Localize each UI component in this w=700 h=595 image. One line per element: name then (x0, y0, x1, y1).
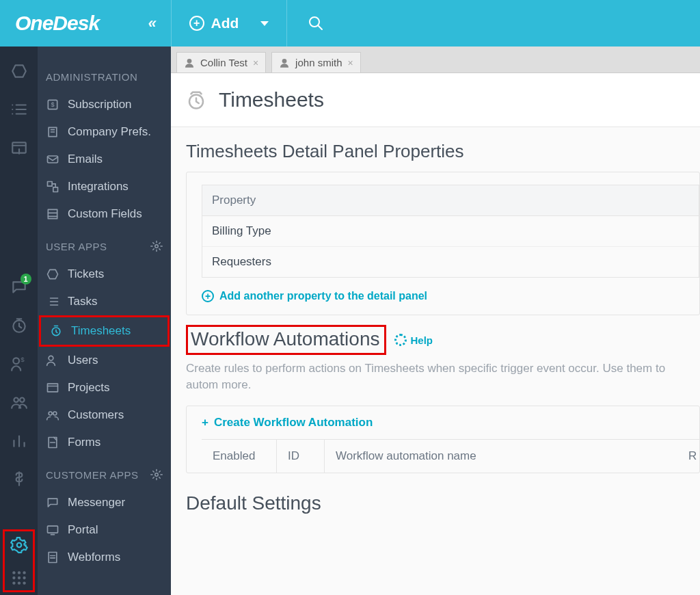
svg-point-61 (282, 59, 287, 64)
add-button[interactable]: + Add (171, 0, 287, 47)
gear-icon[interactable] (150, 240, 163, 252)
sidebar-item-emails[interactable]: Emails (38, 146, 171, 173)
col-id: ID (277, 440, 325, 473)
rail-tickets-icon[interactable] (10, 62, 29, 81)
svg-rect-55 (48, 526, 58, 533)
tab-label: Collin Test (200, 57, 247, 68)
svg-point-51 (53, 412, 57, 415)
collapse-sidebar-icon[interactable]: « (148, 14, 156, 32)
sidebar-item-label: Webforms (68, 551, 120, 564)
rail-customers-icon[interactable] (10, 393, 29, 412)
gear-icon[interactable] (150, 468, 163, 481)
chevron-down-icon (260, 21, 269, 26)
search-icon (308, 15, 324, 31)
svg-point-50 (49, 412, 52, 415)
main-content: Collin Test × john smith × Timesheets Ti… (171, 47, 700, 595)
svg-point-28 (23, 581, 25, 584)
rail-bottom-group (3, 529, 35, 592)
link-label: Add another property to the detail panel (219, 290, 427, 302)
sidebar-item-tasks[interactable]: Tasks (38, 288, 171, 315)
sidebar-item-label: Tasks (68, 295, 97, 308)
notification-badge: 1 (21, 274, 31, 285)
add-label: Add (211, 15, 239, 31)
tab-bar: Collin Test × john smith × (171, 47, 700, 73)
person-icon (184, 57, 195, 68)
svg-point-27 (17, 581, 20, 584)
sidebar-item-projects[interactable]: Projects (38, 374, 171, 401)
workflow-table-header: Enabled ID Workflow automation name R (202, 439, 699, 473)
sidebar-item-integrations[interactable]: Integrations (38, 173, 171, 200)
icon-rail: 1 $ (0, 47, 38, 595)
sidebar-item-label: Projects (68, 381, 109, 395)
sidebar-item-users[interactable]: Users (38, 347, 171, 374)
sidebar-item-timesheets[interactable]: Timesheets (39, 315, 170, 347)
tab-john-smith[interactable]: john smith × (271, 52, 361, 72)
svg-rect-39 (48, 209, 57, 218)
sidebar-item-company-prefs[interactable]: Company Prefs. (38, 118, 171, 146)
sidebar-item-messenger[interactable]: Messenger (38, 489, 171, 516)
sidebar-item-custom-fields[interactable]: Custom Fields (38, 200, 171, 228)
plus-circle-icon: + (202, 416, 208, 429)
rail-timesheets-icon[interactable] (10, 316, 29, 335)
rail-finance-icon[interactable] (10, 469, 29, 488)
svg-point-21 (17, 571, 20, 574)
svg-rect-48 (48, 384, 58, 392)
sidebar-item-forms[interactable]: Forms (38, 429, 171, 456)
svg-text:$: $ (21, 356, 25, 363)
timesheet-icon (186, 90, 206, 110)
rail-users-icon[interactable]: $ (10, 354, 29, 373)
svg-rect-35 (48, 182, 53, 187)
add-property-link[interactable]: + Add another property to the detail pan… (202, 290, 699, 302)
sidebar-item-subscription[interactable]: $Subscription (38, 91, 171, 118)
sidebar-item-label: Emails (68, 153, 103, 166)
create-workflow-link[interactable]: + Create Workflow Automation (202, 416, 699, 429)
table-row[interactable]: Billing Type (202, 216, 699, 247)
svg-rect-34 (48, 156, 58, 163)
workflow-automations-header: Workflow Automations Help (171, 325, 700, 355)
help-label: Help (411, 334, 433, 346)
svg-point-19 (16, 543, 21, 548)
workflow-panel: + Create Workflow Automation Enabled ID … (186, 406, 700, 473)
sidebar-item-label: Integrations (68, 180, 129, 194)
sidebar-item-portal[interactable]: Portal (38, 516, 171, 544)
workflow-description: Create rules to perform actions on Times… (171, 355, 700, 406)
col-name: Workflow automation name (325, 440, 677, 473)
svg-point-22 (23, 571, 25, 574)
rail-apps-icon[interactable] (10, 568, 29, 587)
svg-point-14 (14, 398, 18, 403)
section-title: Timesheets Detail Panel Properties (186, 141, 700, 162)
sidebar-item-webforms[interactable]: Webforms (38, 544, 171, 571)
sidebar-item-label: Company Prefs. (68, 125, 151, 139)
svg-point-24 (17, 577, 20, 579)
tab-label: john smith (295, 57, 342, 68)
sidebar-item-label: Subscription (68, 98, 132, 111)
sidebar-item-label: Tickets (68, 267, 104, 281)
sidebar-item-label: Customers (68, 408, 124, 422)
help-link[interactable]: Help (394, 334, 433, 346)
search-button[interactable] (287, 0, 700, 47)
sidebar-item-tickets[interactable]: Tickets (38, 261, 171, 288)
section-header-user-apps: USER APPS (38, 228, 171, 261)
close-icon[interactable]: × (253, 57, 258, 68)
rail-messenger-icon[interactable]: 1 (10, 278, 29, 297)
rail-projects-icon[interactable] (10, 138, 29, 157)
workflow-title: Workflow Automations (186, 325, 386, 355)
tab-collin-test[interactable]: Collin Test × (176, 52, 266, 72)
svg-rect-36 (53, 187, 58, 192)
page-title: Timesheets (219, 88, 324, 111)
table-row[interactable]: Requesters (202, 247, 699, 277)
section-header-administration: ADMINISTRATION (38, 59, 171, 91)
svg-point-25 (23, 577, 25, 579)
svg-point-12 (13, 358, 19, 364)
topbar: OneDesk « + Add (0, 0, 700, 47)
rail-settings-icon[interactable] (10, 536, 29, 555)
rail-analytics-icon[interactable] (10, 431, 29, 450)
sidebar-item-label: Messenger (68, 496, 125, 510)
close-icon[interactable]: × (347, 57, 353, 68)
sidebar-item-customers[interactable]: Customers (38, 401, 171, 429)
svg-point-42 (155, 245, 159, 248)
col-r: R (677, 440, 699, 473)
svg-point-60 (187, 59, 192, 64)
plus-circle-icon: + (202, 290, 214, 302)
rail-tasks-icon[interactable] (10, 100, 29, 119)
